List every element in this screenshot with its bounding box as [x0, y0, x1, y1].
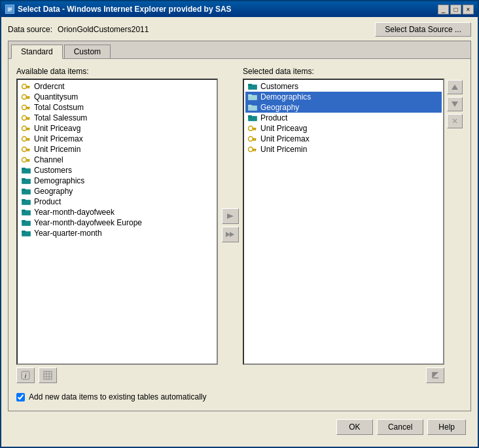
list-item[interactable]: Product: [19, 196, 215, 207]
svg-rect-31: [27, 150, 28, 151]
list-item[interactable]: Total Costsum: [19, 102, 215, 113]
grid-button[interactable]: [39, 367, 57, 383]
svg-rect-2: [8, 9, 12, 10]
svg-rect-7: [27, 87, 28, 88]
tab-custom[interactable]: Custom: [64, 45, 111, 59]
svg-rect-33: [26, 159, 30, 160]
svg-rect-35: [27, 160, 28, 162]
svg-rect-26: [28, 140, 29, 141]
available-section: Available data items: Ordercnt Quantitys…: [16, 67, 218, 383]
svg-marker-65: [226, 232, 230, 237]
svg-rect-89: [255, 150, 256, 151]
svg-rect-25: [26, 138, 30, 140]
window-content: Data source: OrionGoldCustomers2011 Sele…: [1, 17, 478, 447]
list-item[interactable]: Customers: [245, 81, 442, 92]
minimize-button[interactable]: _: [438, 5, 449, 14]
svg-point-87: [249, 147, 253, 152]
list-item[interactable]: Geography: [19, 186, 215, 196]
add-all-button[interactable]: [222, 227, 239, 242]
key-icon: [21, 145, 31, 154]
list-item[interactable]: Demographics: [245, 92, 442, 102]
group-icon: [21, 218, 31, 227]
svg-point-8: [22, 95, 27, 100]
lists-row: Available data items: Ordercnt Quantitys…: [16, 67, 463, 383]
list-item[interactable]: Year-quarter-month: [19, 228, 215, 238]
auto-add-checkbox[interactable]: [16, 393, 25, 401]
help-button[interactable]: Help: [427, 419, 466, 435]
svg-rect-38: [22, 169, 30, 173]
svg-rect-30: [28, 150, 29, 151]
list-item[interactable]: Year-month-dayofweek Europe: [19, 217, 215, 228]
svg-rect-82: [253, 129, 255, 130]
middle-buttons: [218, 67, 243, 383]
list-item[interactable]: Demographics: [19, 176, 215, 186]
svg-marker-95: [452, 102, 458, 107]
list-item[interactable]: Unit Pricemax: [19, 134, 215, 144]
main-window: Select Data - Windows Internet Explorer …: [0, 0, 479, 448]
group-icon: [247, 82, 258, 91]
svg-rect-9: [26, 96, 30, 98]
tab-content: Available data items: Ordercnt Quantitys…: [9, 58, 470, 411]
window-controls: _ □ ×: [438, 5, 474, 14]
list-item[interactable]: Quantitysum: [19, 92, 215, 102]
bottom-right-button[interactable]: [426, 367, 444, 383]
datasource-row: Data source: OrionGoldCustomers2011 Sele…: [8, 22, 471, 37]
ok-button[interactable]: OK: [336, 419, 373, 435]
key-icon: [21, 82, 31, 91]
svg-point-79: [249, 126, 253, 131]
svg-rect-56: [22, 232, 30, 236]
svg-rect-50: [22, 211, 30, 215]
svg-rect-6: [28, 87, 29, 88]
svg-point-32: [22, 158, 27, 162]
list-item[interactable]: Ordercnt: [19, 81, 215, 92]
move-down-button[interactable]: [447, 97, 463, 111]
close-button[interactable]: ×: [463, 5, 474, 14]
list-item[interactable]: Unit Pricemax: [245, 134, 442, 144]
group-icon: [247, 103, 258, 112]
list-item[interactable]: Channel: [19, 155, 215, 165]
key-icon: [21, 134, 31, 143]
list-item[interactable]: Unit Priceavg: [245, 123, 442, 134]
add-item-button[interactable]: [222, 208, 239, 224]
selected-section: Selected data items: Customers Demograph…: [243, 67, 444, 383]
key-icon: [21, 103, 31, 112]
svg-rect-85: [255, 140, 256, 141]
svg-rect-1: [8, 8, 12, 9]
svg-rect-27: [27, 140, 28, 141]
selected-listbox: Customers Demographics Geography Product…: [243, 79, 444, 365]
available-list[interactable]: Ordercnt Quantitysum Total Costsum Total…: [18, 80, 217, 364]
remove-button[interactable]: ✕: [447, 114, 463, 128]
svg-rect-21: [26, 128, 30, 129]
list-item[interactable]: Product: [245, 113, 442, 123]
selected-label: Selected data items:: [243, 67, 444, 76]
move-up-button[interactable]: [447, 80, 463, 94]
svg-rect-44: [22, 190, 30, 194]
select-datasource-button[interactable]: Select Data Source ...: [375, 22, 471, 37]
cancel-button[interactable]: Cancel: [377, 419, 423, 435]
list-item[interactable]: Geography: [245, 102, 442, 113]
list-item[interactable]: Unit Priceavg: [19, 123, 215, 134]
svg-rect-47: [22, 200, 30, 204]
available-label: Available data items:: [16, 67, 218, 76]
list-item[interactable]: Year-month-dayofweek: [19, 207, 215, 217]
info-button[interactable]: i: [16, 367, 35, 383]
svg-rect-84: [253, 138, 257, 140]
svg-point-28: [22, 147, 27, 152]
key-icon: [21, 155, 31, 164]
svg-point-16: [22, 116, 27, 121]
title-bar: Select Data - Windows Internet Explorer …: [1, 1, 478, 17]
list-item[interactable]: Unit Pricemin: [245, 144, 442, 155]
list-item[interactable]: Customers: [19, 165, 215, 176]
selected-list[interactable]: Customers Demographics Geography Product…: [244, 80, 443, 364]
list-item[interactable]: Total Salessum: [19, 113, 215, 123]
group-icon: [21, 208, 31, 217]
svg-rect-3: [8, 10, 10, 11]
svg-rect-69: [249, 85, 257, 89]
svg-rect-15: [27, 108, 28, 109]
list-item[interactable]: Unit Pricemin: [19, 144, 215, 155]
maximize-button[interactable]: □: [450, 5, 461, 14]
tab-standard[interactable]: Standard: [11, 45, 63, 59]
key-icon: [21, 124, 31, 133]
group-icon: [247, 92, 258, 102]
svg-rect-41: [22, 179, 30, 183]
